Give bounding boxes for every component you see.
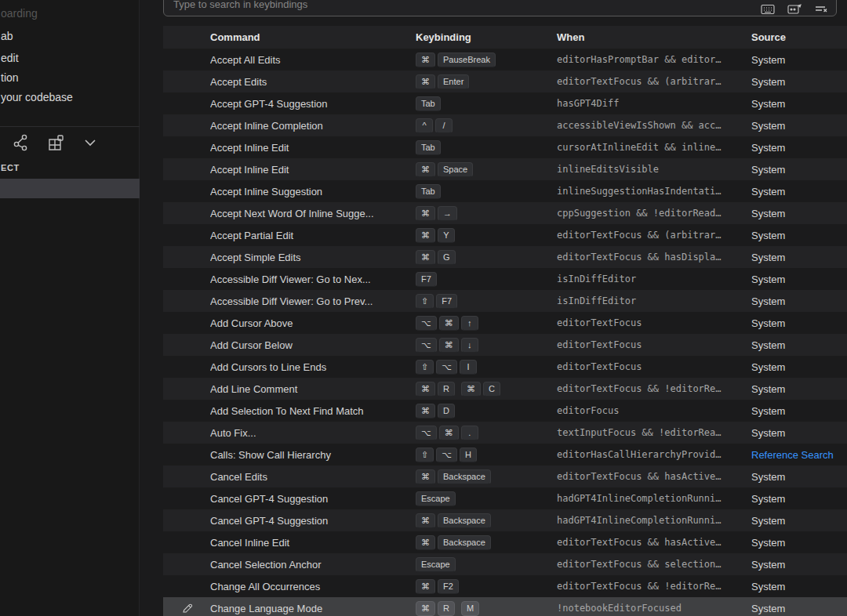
table-row[interactable]: Accept Inline Edit⌘SpaceinlineEditsVisib… [163,158,847,180]
table-row[interactable]: Accept Inline SuggestionTabinlineSuggest… [163,180,847,202]
key-chord-group: F7 [416,272,437,287]
layout-blocks-icon[interactable] [45,132,66,153]
table-row[interactable]: Accessible Diff Viewer: Go to Nex...F7is… [163,268,847,290]
header-keybinding: Keybinding [416,31,557,43]
keycap: ^ [416,118,433,133]
table-row[interactable]: Accept All Edits⌘PauseBreakeditorHasProm… [163,49,847,71]
sidebar-item-fragment[interactable]: ab [1,30,13,42]
source-label: System [751,339,847,351]
table-row[interactable]: Cancel Inline Edit⌘BackspaceeditorTextFo… [163,531,847,553]
table-row[interactable]: Accept Next Word Of Inline Sugge...⌘→cpp… [163,202,847,224]
key-chord-group: ⌘Backspace [416,469,491,484]
source-label: System [751,515,847,527]
table-row[interactable]: Auto Fix...⌥⌘.textInputFocus && !editorR… [163,422,847,444]
keybinding-keys: ⌥⌘↑ [416,316,557,331]
table-row[interactable]: Cancel GPT-4 Suggestion⌘BackspacehadGPT4… [163,509,847,531]
command-label: Cancel Edits [210,471,416,483]
table-row[interactable]: Add Cursors to Line Ends⇧⌥IeditorTextFoc… [163,356,847,378]
table-row[interactable]: Add Line Comment⌘R⌘CeditorTextFocus && !… [163,378,847,400]
keycap: Backspace [438,469,491,484]
row-gutter [163,400,210,422]
keycap: ↓ [461,338,478,353]
table-row[interactable]: Add Cursor Below⌥⌘↓editorTextFocusSystem [163,334,847,356]
keybinding-keys: ⌘Backspace [416,513,557,528]
chevron-down-icon[interactable] [80,132,100,153]
command-label: Accept Inline Completion [210,120,416,132]
keycap: / [435,118,453,133]
table-row[interactable]: Change Language Mode⌘RM!notebookEditorFo… [163,597,847,616]
keycap: Space [438,162,473,177]
table-row[interactable]: Accessible Diff Viewer: Go to Prev...⇧F7… [163,290,847,312]
table-row[interactable]: Cancel Edits⌘BackspaceeditorTextFocus &&… [163,466,847,487]
source-label: System [751,383,847,395]
key-chord-group: ⌥⌘. [416,426,478,440]
sidebar-item-fragment[interactable]: tion [1,71,19,84]
when-clause: isInDiffEditor [557,295,751,306]
keycap: D [438,404,455,419]
command-label: Auto Fix... [210,427,416,439]
row-gutter [163,487,210,509]
table-row[interactable]: Calls: Show Call Hierarchy⇧⌥HeditorHasCa… [163,444,847,466]
key-chord-group: ⌘F2 [416,579,459,594]
table-row[interactable]: Accept Edits⌘EntereditorTextFocus && (ar… [163,71,847,92]
table-row[interactable]: Accept GPT-4 SuggestionTabhasGPT4DiffSys… [163,92,847,114]
command-label: Change Language Mode [210,603,416,614]
keycap: Y [438,228,455,243]
search-toolbar [761,2,828,16]
keycap: F7 [416,272,437,287]
when-clause: hadGPT4InlineCompletionRunni… [557,493,751,504]
sidebar-item-fragment[interactable]: edit [1,52,19,64]
keycap: ⇧ [416,294,434,309]
record-keys-icon[interactable] [787,2,802,16]
row-gutter [163,71,210,92]
keycap: ⌘ [416,535,435,550]
sidebar-item-fragment[interactable]: your codebase [1,91,73,103]
clear-filter-icon[interactable] [814,2,828,16]
keybinding-keys: ⌘Backspace [416,535,557,550]
when-clause: editorTextFocus && hasActive… [557,471,751,482]
sidebar-item-fragment: oarding [1,7,38,20]
source-label: System [751,471,847,483]
command-label: Accept Inline Edit [210,164,416,176]
keybinding-keys: ⌥⌘↓ [416,338,557,353]
command-label: Accept Inline Edit [210,142,416,154]
source-label: System [751,54,847,66]
source-extension-link[interactable]: Reference Search [751,449,847,461]
table-row[interactable]: Accept Partial Edit⌘YeditorTextFocus && … [163,224,847,246]
row-gutter [163,49,210,71]
key-chord-group: ⌘Y [416,228,455,243]
command-label: Cancel GPT-4 Suggestion [210,493,416,505]
sidebar-toolbar [11,132,100,153]
search-input[interactable] [173,0,761,10]
table-row[interactable]: Change All Occurrences⌘F2editorTextFocus… [163,575,847,597]
keybinding-keys: Tab [416,96,557,111]
table-row[interactable]: Add Selection To Next Find Match⌘Deditor… [163,400,847,422]
key-chord-group: ⌘Space [416,162,473,177]
row-gutter [163,378,210,400]
key-chord-group: ⌘D [416,404,455,419]
row-gutter [163,575,210,597]
when-clause: editorTextFocus && hasActive… [557,537,751,548]
table-row[interactable]: Cancel GPT-4 SuggestionEscapehadGPT4Inli… [163,487,847,509]
sidebar-selected-item[interactable] [0,179,140,198]
key-chord-group: Tab [416,140,441,155]
when-clause: inlineEditsVisible [557,164,751,175]
keycap: ⌥ [436,448,457,462]
table-row[interactable]: Cancel Selection AnchorEscapeeditorTextF… [163,553,847,575]
edit-keybinding-icon[interactable] [163,597,210,616]
when-clause: accessibleViewIsShown && acc… [557,120,751,131]
command-label: Accessible Diff Viewer: Go to Prev... [210,295,416,307]
fork-icon[interactable] [11,132,31,153]
table-row[interactable]: Accept Inline EditTabcursorAtInlineEdit … [163,136,847,158]
keycap: ⌘ [416,206,435,221]
key-chord-group: ^/ [416,118,453,133]
keycap: ⌥ [416,338,437,353]
key-chord-group: Escape [416,557,456,572]
source-label: System [751,317,847,329]
table-row[interactable]: Add Cursor Above⌥⌘↑editorTextFocusSystem [163,312,847,334]
command-label: Accept Partial Edit [210,230,416,241]
keyboard-icon[interactable] [761,2,775,16]
table-row[interactable]: Accept Inline Completion^/accessibleView… [163,114,847,136]
source-label: System [751,295,847,307]
table-row[interactable]: Accept Simple Edits⌘GeditorTextFocus && … [163,246,847,268]
